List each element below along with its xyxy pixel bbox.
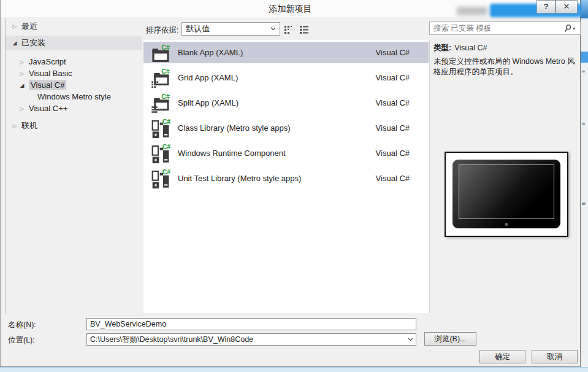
small-icons-view-button[interactable] (283, 24, 294, 35)
project-name-input[interactable] (86, 318, 416, 330)
name-label: 名称(N): (8, 320, 36, 330)
tablet-screen (459, 165, 554, 219)
template-item-class-library[interactable]: C# Class Library (Metro style apps) Visu… (143, 117, 429, 139)
svg-text:C#: C# (161, 93, 170, 100)
split-app-icon: C# (151, 93, 170, 113)
background-titlebar-fragment (581, 0, 588, 18)
sort-by-label: 排序依据: (146, 25, 178, 36)
tree-item-label: Visual C++ (29, 104, 67, 113)
template-item-blank-app[interactable]: C# Blank App (XAML) Visual C# (143, 42, 429, 63)
template-language: Visual C# (376, 149, 410, 158)
template-name: Split App (XAML) (178, 98, 376, 107)
tree-item-visual-basic[interactable]: ▷ Visual Basic (6, 68, 142, 79)
template-language: Visual C# (376, 98, 410, 107)
tree-item-visual-csharp[interactable]: ◢ Visual C# (6, 79, 142, 91)
template-item-unit-test-library[interactable]: C# Unit Test Library (Metro style apps) … (143, 168, 429, 189)
chevron-down-icon (270, 27, 276, 31)
tree-item-online[interactable]: ▷ 联机 (6, 120, 142, 132)
chevron-collapsed-icon[interactable]: ▷ (10, 123, 19, 129)
tree-item-label: JavaScript (29, 57, 66, 66)
tree-item-label: Visual Basic (29, 69, 72, 78)
template-name: Grid App (XAML) (178, 73, 376, 82)
sort-by-value: 默认值 (186, 23, 270, 34)
tree-item-windows-metro-style[interactable]: Windows Metro style (6, 91, 142, 103)
list-view-icon (299, 25, 309, 34)
chevron-collapsed-icon[interactable]: ▷ (10, 23, 19, 29)
tree-item-installed[interactable]: ◢ 已安装 (6, 36, 142, 50)
template-language: Visual C# (376, 123, 410, 133)
template-item-grid-app[interactable]: C# Grid App (XAML) Visual C# (143, 67, 429, 88)
svg-text:C#: C# (161, 43, 170, 50)
tree-item-label: 最近 (21, 21, 37, 32)
tree-item-visual-cpp[interactable]: ▷ Visual C++ (6, 103, 142, 114)
type-value: Visual C# (454, 44, 487, 52)
template-name: Blank App (XAML) (178, 48, 376, 57)
tree-item-label: Windows Metro style (37, 92, 111, 101)
browse-button[interactable]: 浏览(B)... (424, 332, 476, 346)
tree-item-recent[interactable]: ▷ 最近 (6, 20, 142, 33)
close-button[interactable]: ✕ (556, 0, 578, 14)
template-name: Windows Runtime Component (178, 149, 376, 158)
chevron-collapsed-icon[interactable]: ▷ (18, 59, 26, 65)
tree-item-label-selected: Visual C# (29, 80, 66, 90)
sort-by-dropdown[interactable]: 默认值 (181, 22, 280, 36)
svg-text:C#: C# (162, 169, 170, 176)
tree-item-label: 已安装 (21, 37, 45, 48)
background-selection-fragment (581, 52, 588, 63)
search-icon[interactable] (563, 24, 573, 33)
template-language: Visual C# (376, 48, 410, 57)
template-name: Unit Test Library (Metro style apps) (178, 174, 376, 183)
background-window-sliver (581, 0, 588, 367)
template-item-split-app[interactable]: C# Split App (XAML) Visual C# (143, 92, 429, 114)
unit-test-library-icon: C# (151, 169, 170, 188)
chevron-down-icon (408, 338, 413, 341)
titlebar: 添加新项目 ? ✕ (1, 0, 580, 17)
blank-app-icon: C# (151, 43, 170, 63)
chevron-collapsed-icon[interactable]: ▷ (18, 106, 26, 112)
ok-button[interactable]: 确定 (479, 350, 525, 363)
list-view-button[interactable] (299, 24, 310, 35)
template-item-windows-runtime-component[interactable]: C# Windows Runtime Component Visual C# (143, 142, 429, 164)
tree-item-javascript[interactable]: ▷ JavaScript (6, 56, 142, 68)
template-type-row: 类型:Visual C# (433, 43, 487, 53)
chevron-expanded-icon[interactable]: ◢ (18, 82, 26, 88)
location-combobox[interactable]: C:\Users\智勋\Desktop\svn\trunk\BV_Win8Cod… (86, 333, 416, 346)
tablet-device-image (452, 160, 560, 228)
screen: 添加新项目 ? ✕ ▷ 最近 ◢ 已安装 ▷ JavaScript ▷ Visu… (0, 0, 588, 372)
right-panel-divider (429, 40, 430, 313)
svg-text:C#: C# (161, 68, 170, 75)
search-placeholder: 搜索 已安装 模板 (430, 23, 563, 34)
help-button[interactable]: ? (536, 0, 556, 14)
search-options-caret-icon[interactable]: ▾ (573, 26, 580, 31)
tree-item-label: 联机 (21, 120, 37, 131)
location-value: C:\Users\智勋\Desktop\svn\trunk\BV_Win8Cod… (87, 335, 405, 345)
runtime-component-icon: C# (151, 144, 170, 163)
background-text-fragment (582, 71, 585, 72)
close-icon: ✕ (563, 2, 570, 11)
template-preview-image (445, 152, 568, 237)
template-language: Visual C# (376, 73, 410, 82)
grid-app-icon: C# (151, 68, 170, 88)
add-new-project-dialog: 添加新项目 ? ✕ ▷ 最近 ◢ 已安装 ▷ JavaScript ▷ Visu… (0, 0, 581, 367)
template-name: Class Library (Metro style apps) (178, 123, 376, 133)
type-label: 类型: (433, 44, 451, 52)
tablet-home-button (505, 223, 508, 226)
small-icons-view-icon (284, 25, 294, 34)
svg-text:C#: C# (162, 144, 170, 150)
background-text-fragment (582, 203, 586, 205)
background-text-fragment (582, 123, 585, 125)
cancel-button[interactable]: 取消 (532, 350, 578, 363)
svg-text:C#: C# (162, 118, 170, 125)
chevron-collapsed-icon[interactable]: ▷ (18, 71, 26, 77)
chevron-expanded-icon[interactable]: ◢ (10, 40, 19, 46)
class-library-icon: C# (151, 118, 170, 138)
template-description: 未预定义控件或布局的 Windows Metro 风格应用程序的单页项目。 (433, 56, 581, 77)
dialog-title: 添加新项目 (1, 4, 580, 15)
help-icon: ? (544, 2, 549, 11)
search-input[interactable]: 搜索 已安装 模板 ▾ (429, 21, 581, 35)
template-language: Visual C# (376, 174, 410, 183)
location-label: 位置(L): (8, 335, 35, 346)
background-window-bottom-strip (0, 367, 588, 372)
